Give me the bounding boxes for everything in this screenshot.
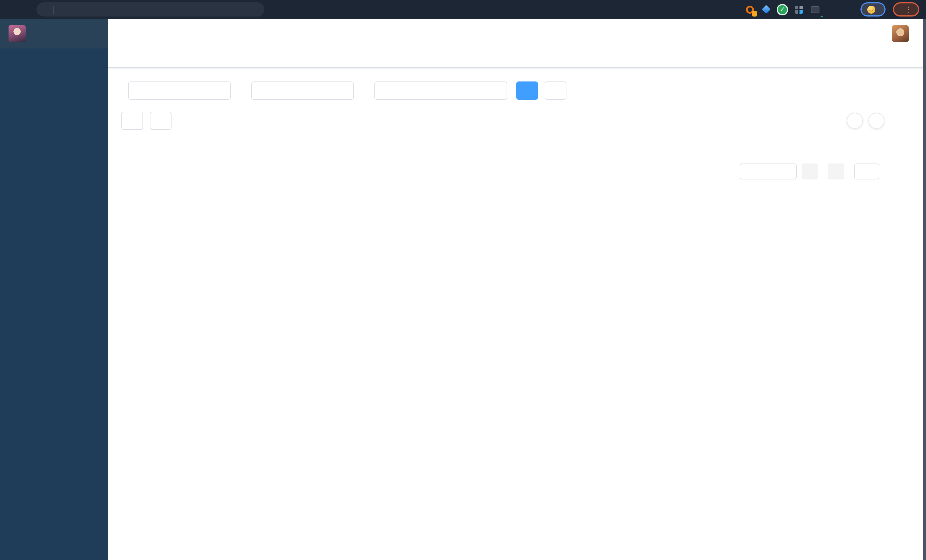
main-area	[108, 19, 926, 560]
puzzle-extensions-icon[interactable]	[843, 5, 853, 14]
check-extension-icon[interactable]: ✓	[778, 5, 787, 14]
sidebar	[0, 19, 108, 560]
user-avatar[interactable]	[892, 25, 909, 42]
orange-extension-icon[interactable]	[745, 5, 755, 14]
screen: ✓ ⋮	[0, 0, 926, 560]
profile-paused-badge[interactable]	[861, 2, 885, 17]
date-range-picker[interactable]	[374, 82, 507, 100]
table-name-input[interactable]	[128, 82, 231, 100]
refresh-table-button[interactable]	[869, 113, 884, 129]
app-logo	[9, 25, 26, 42]
browser-menu-icon[interactable]: ⋮	[905, 6, 912, 13]
page-content	[108, 68, 926, 560]
header-actions	[841, 25, 915, 42]
browser-update-badge[interactable]: ⋮	[893, 2, 919, 17]
table-tools	[847, 113, 884, 129]
pagination	[121, 149, 884, 190]
reset-button[interactable]	[545, 82, 566, 100]
search-button[interactable]	[516, 82, 538, 100]
toolbar-row	[121, 112, 884, 130]
scrollbar[interactable]	[923, 19, 926, 560]
next-page-button[interactable]	[828, 163, 844, 180]
address-bar[interactable]	[36, 2, 265, 17]
import-db-button[interactable]	[121, 112, 143, 130]
sidebar-logo-row[interactable]	[0, 19, 108, 48]
app-shell	[0, 19, 926, 560]
page-size-select[interactable]	[740, 163, 797, 180]
person-extension-icon[interactable]	[827, 5, 837, 14]
browser-chrome: ✓ ⋮	[0, 0, 926, 19]
search-form	[121, 82, 884, 100]
toggle-search-button[interactable]	[847, 113, 863, 129]
gem-extension-icon[interactable]	[761, 5, 771, 14]
extension-tray: ✓	[745, 5, 853, 14]
tag-bar	[108, 48, 926, 68]
switch-extension-icon[interactable]	[810, 5, 820, 14]
prev-page-button[interactable]	[802, 163, 818, 180]
codegen-table	[121, 140, 884, 149]
import-sql-button[interactable]	[150, 112, 171, 130]
url-divider	[53, 5, 54, 14]
grid-extension-icon[interactable]	[794, 5, 803, 14]
goto-page-input[interactable]	[854, 163, 879, 180]
app-header	[108, 19, 926, 48]
table-desc-input[interactable]	[251, 82, 354, 100]
table-header-row	[121, 140, 884, 149]
emoji-avatar-icon	[867, 5, 875, 14]
